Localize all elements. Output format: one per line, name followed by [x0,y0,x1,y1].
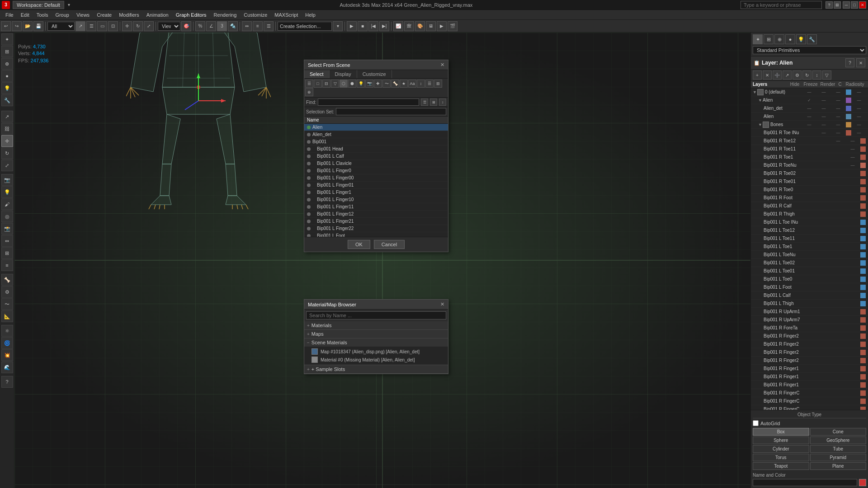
mat-section-scene-header[interactable]: − Scene Materials [304,338,448,347]
layer-item-bone-12[interactable]: Bip001 L Toe INu [751,218,868,226]
snapshot-btn[interactable]: 📸 [1,223,13,235]
sel-none-btn[interactable]: □ [314,80,322,88]
scale-tool-btn[interactable]: ⤢ [1,160,13,171]
paint-btn[interactable]: 🖌 [1,198,13,210]
layer-item-bone-5[interactable]: Bip001 R ToeNu — [751,161,868,169]
motion-cmd-icon[interactable]: ● [785,34,795,44]
graph-editor-button[interactable]: 📈 [393,21,403,31]
layer-item-bone-33[interactable]: Bip001 R FingerC [751,389,868,397]
obj-item-alien[interactable]: Alien [304,124,448,131]
obj-box-btn[interactable]: Box [753,428,809,436]
obj-item-bip-lfinger10[interactable]: Bip001 L Finger10 [304,196,448,203]
rect-select-button[interactable]: ▭ [97,21,107,31]
layer-item-bone-30[interactable]: Bip001 R Finger1 [751,365,868,373]
network-icon[interactable]: ⊞ [834,1,841,9]
space-warps-btn[interactable]: 🌊 [1,361,13,373]
sel-sort-btn[interactable]: ↕ [417,80,425,88]
mirror-button[interactable]: ⇔ [242,21,252,31]
layer-item-bone-7[interactable]: Bip001 R Toe01 [751,178,868,186]
redo-button[interactable]: ↪ [12,21,22,31]
obj-item-bip001[interactable]: Bip001 [304,138,448,145]
layer-item-bones[interactable]: ▼ Bones — — — — [751,121,868,129]
utilities-panel-btn[interactable]: 🔧 [1,94,13,106]
array-btn[interactable]: ⊞ [1,247,13,259]
layer-item-bone-27[interactable]: Bip001 R Finger2 [751,340,868,348]
viewport[interactable]: [+] [Perspective] [Shaded + Edged Faces] [14,33,750,488]
layer-refresh-btn[interactable]: ↻ [802,70,811,80]
obj-item-bip-lfinger0[interactable]: Bip001 L Finger0 [304,167,448,174]
utilities-cmd-icon[interactable]: 🔧 [807,34,817,44]
layer-item-bone-11[interactable]: Bip001 R Thigh [751,210,868,218]
spinner-snap-button[interactable]: 🔩 [228,21,238,31]
select-by-name-button[interactable]: ☰ [86,21,96,31]
obj-sphere-btn[interactable]: Sphere [753,436,809,444]
sel-cameras-btn[interactable]: 📷 [365,80,373,88]
menu-maxscript[interactable]: MAXScript [271,11,302,19]
ram-player-button[interactable]: 🎬 [448,21,458,31]
sel-all-types-btn[interactable]: ★ [400,80,408,88]
select-filter-dropdown[interactable]: All [47,22,75,31]
sel-helpers-btn[interactable]: ✚ [374,80,382,88]
layer-manager-button[interactable]: ☰ [264,21,274,31]
layer-item-bone-34[interactable]: Bip001 R FingerC [751,397,868,405]
rotate-tool-btn[interactable]: ↻ [1,147,13,159]
sel-all-btn[interactable]: ☰ [305,80,313,88]
dynamics-btn[interactable]: 🌀 [1,337,13,349]
layer-select-btn[interactable]: ↗ [783,70,792,80]
undo-button[interactable]: ↩ [1,21,11,31]
menu-graph-editors[interactable]: Graph Editors [172,11,210,19]
select-obj-btn[interactable]: ↗ [1,111,13,122]
schematic-view-button[interactable]: 🕸 [404,21,414,31]
sel-bones-btn[interactable]: 🦴 [391,80,399,88]
motion-panel-btn[interactable]: ● [1,70,13,82]
select-tab-display[interactable]: Display [330,70,357,78]
color-swatch[interactable] [859,479,866,486]
stop-anim-button[interactable]: ■ [358,21,368,31]
mat-item-map[interactable]: Map #1018347 (Alien_disp.png) [Alien, Al… [304,347,448,356]
obj-item-bip-lfoot[interactable]: Bip001 L Foot [304,232,448,237]
bone-tools-btn[interactable]: 🦴 [1,274,13,286]
obj-item-bip-lfinger01[interactable]: Bip001 L Finger01 [304,182,448,189]
layer-list[interactable]: ▼ 0 (default) — — — — ▼ Alien ✓ — — — [751,88,868,410]
sel-case-btn[interactable]: Aa [408,80,416,88]
camera-tool-btn[interactable]: 📷 [1,174,13,186]
help-icon[interactable]: ? [826,1,833,9]
sel-spacewarps-btn[interactable]: 〜 [382,80,391,88]
sel-icon-btn[interactable]: ⊞ [434,80,442,88]
layer-item-bone-18[interactable]: Bip001 L Toe01 [751,267,868,275]
display-panel-btn[interactable]: 💡 [1,82,13,94]
hierarchy-cmd-icon[interactable]: ⊕ [774,34,784,44]
sel-expand-btn[interactable]: ⊕ [305,88,313,96]
align-button[interactable]: ≡ [253,21,263,31]
layer-item-bone-26[interactable]: Bip001 R Finger2 [751,332,868,340]
layer-item-bone-15[interactable]: Bip001 L Toe1 [751,243,868,251]
menu-group[interactable]: Group [52,11,73,19]
sel-filter-btn[interactable]: ▽ [331,80,339,88]
move-button[interactable]: ✛ [122,21,132,31]
selection-set-input[interactable] [336,108,446,115]
std-primitives-dropdown[interactable]: Standard Primitives [753,46,866,54]
hierarchy-panel-btn[interactable]: ⊕ [1,58,13,70]
layer-item-bone-6[interactable]: Bip001 R Toe02 [751,169,868,178]
sel-icon-1[interactable]: ☰ [421,99,428,106]
layer-item-bone-2[interactable]: Bip001 R Toe12 — — [751,137,868,145]
sel-shapes-btn[interactable]: ⬢ [348,80,356,88]
prev-frame-button[interactable]: |◀ [368,21,378,31]
layer-filter-btn[interactable]: ▽ [822,70,831,80]
view-dropdown[interactable]: View [158,22,180,31]
layer-item-bone-17[interactable]: Bip001 L Toe02 [751,259,868,267]
layer-item-bone-28[interactable]: Bip001 R Finger2 [751,348,868,357]
layer-item-alien[interactable]: ▼ Alien ✓ — — — [751,96,868,104]
layer-item-bone-13[interactable]: Bip001 L Toe12 [751,226,868,235]
name-color-input[interactable] [753,479,857,486]
layer-item-bone-19[interactable]: Bip001 L Toe0 [751,275,868,283]
layer-item-bone-3[interactable]: Bip001 R Toe11 — [751,145,868,153]
material-editor-button[interactable]: 🎨 [415,21,425,31]
mat-section-materials-header[interactable]: + Materials [304,321,448,329]
ok-button[interactable]: OK [348,240,370,249]
named-sel-button[interactable]: ▾ [333,21,343,31]
scale-button[interactable]: ⤢ [144,21,154,31]
link-select-btn[interactable]: ⛓ [1,123,13,135]
obj-item-bip-lfinger1[interactable]: Bip001 L Finger1 [304,189,448,196]
mat-section-maps-header[interactable]: + Maps [304,330,448,338]
